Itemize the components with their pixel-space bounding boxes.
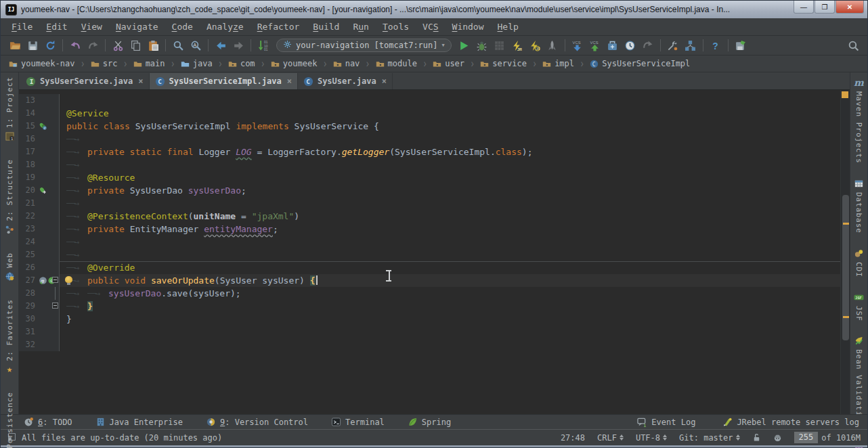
replace-icon[interactable]: A xyxy=(187,37,204,53)
inspection-status-icon[interactable] xyxy=(842,91,848,98)
code-line[interactable]: 26@Override xyxy=(19,261,840,274)
settings-icon[interactable] xyxy=(664,37,682,53)
line-number[interactable]: 32 xyxy=(19,338,37,351)
breadcrumb-item-user[interactable]: user xyxy=(431,59,466,68)
code-text[interactable]: private static final Logger LOG = Logger… xyxy=(60,145,840,158)
line-number[interactable]: 28 xyxy=(19,287,37,300)
tool-button-bean-validation[interactable]: Bean Validation xyxy=(854,336,864,426)
tool-window-button-terminal[interactable]: Terminal xyxy=(331,417,385,427)
menu-vcs[interactable]: VCS xyxy=(416,18,445,35)
tool-button-2-favorites[interactable]: 2: Favorites★ xyxy=(5,299,14,374)
code-line[interactable]: 16 xyxy=(19,133,840,145)
vcs-commit-icon[interactable]: VCS xyxy=(586,37,604,53)
fold-marker-icon[interactable] xyxy=(52,277,58,283)
menu-tools[interactable]: Tools xyxy=(376,18,416,35)
open-file-icon[interactable] xyxy=(6,37,24,53)
forward-icon[interactable] xyxy=(230,37,247,53)
git-branch-widget[interactable]: Git: master xyxy=(679,433,739,443)
jrebel-sync-icon[interactable] xyxy=(732,37,750,53)
code-text[interactable]: @Service xyxy=(60,107,840,120)
code-line[interactable]: 19@Resource xyxy=(19,171,840,184)
line-number[interactable]: 27 xyxy=(19,274,37,287)
code-text[interactable] xyxy=(60,236,840,248)
menu-code[interactable]: Code xyxy=(165,18,200,35)
hector-inspections-icon[interactable] xyxy=(773,433,782,442)
maximize-button[interactable]: ❐ xyxy=(815,1,835,14)
code-text[interactable]: sysUserDao.save(sysUser); xyxy=(60,287,840,300)
tab-sysuserservice-java[interactable]: ISysUserService.java× xyxy=(20,73,150,89)
breadcrumb-item-sysuserserviceimpl[interactable]: CSysUserServiceImpl xyxy=(588,59,691,68)
close-icon[interactable]: × xyxy=(382,76,387,86)
line-number[interactable]: 23 xyxy=(19,223,37,236)
line-number[interactable]: 17 xyxy=(19,145,37,158)
tool-window-button-9-version-control[interactable]: 9: Version Control xyxy=(206,417,308,427)
run-configuration-select[interactable]: your-navigation [tomcat7:run] ▼ xyxy=(276,39,452,52)
close-button[interactable]: ✕ xyxy=(836,1,864,14)
code-text[interactable]: public class SysUserServiceImpl implemen… xyxy=(60,120,840,133)
run-icon[interactable] xyxy=(456,37,473,53)
line-number[interactable]: 25 xyxy=(19,248,37,261)
tool-button-cdi[interactable]: CDI xyxy=(854,248,864,277)
scrollbar-thumb[interactable] xyxy=(842,195,849,340)
line-number[interactable]: 22 xyxy=(19,210,37,223)
line-number[interactable]: 18 xyxy=(19,158,37,171)
close-icon[interactable]: × xyxy=(287,76,292,86)
code-text[interactable]: @PersistenceContext(unitName = "jpaXml") xyxy=(60,210,840,223)
code-text[interactable]: @Override xyxy=(60,261,840,274)
line-number[interactable]: 26 xyxy=(19,261,37,274)
breadcrumb-item-impl[interactable]: impl xyxy=(541,59,576,68)
line-separator-widget[interactable]: CRLF xyxy=(597,433,624,443)
tool-button-maven-projects[interactable]: mMaven Projects xyxy=(854,78,864,164)
jrebel-debug-icon[interactable]: JR xyxy=(526,37,544,53)
tool-button-web[interactable]: Web xyxy=(5,252,15,282)
undo-icon[interactable] xyxy=(66,37,84,53)
menu-build[interactable]: Build xyxy=(306,18,346,35)
code-line[interactable]: 13 xyxy=(19,94,840,107)
back-icon[interactable] xyxy=(212,37,230,53)
code-text[interactable] xyxy=(60,158,840,171)
breadcrumb-item-com[interactable]: com xyxy=(227,59,257,68)
debug-icon[interactable] xyxy=(473,37,491,53)
breadcrumb-item-nav[interactable]: nav xyxy=(332,59,362,68)
vcs-update-icon[interactable]: VCS xyxy=(569,37,586,53)
close-icon[interactable]: × xyxy=(138,76,143,86)
cut-icon[interactable] xyxy=(109,37,127,53)
project-structure-icon[interactable] xyxy=(682,37,699,53)
code-text[interactable]: @Resource xyxy=(60,171,840,184)
menu-view[interactable]: View xyxy=(74,18,109,35)
tool-button-2-structure[interactable]: 2: Structure xyxy=(5,159,15,234)
profile-icon[interactable] xyxy=(544,37,561,53)
code-text[interactable]: } xyxy=(60,300,840,313)
menu-window[interactable]: Window xyxy=(446,18,491,35)
code-line[interactable]: 25 xyxy=(19,248,840,261)
breadcrumb-item-module[interactable]: module xyxy=(374,59,418,68)
vcs-changes-icon[interactable] xyxy=(604,37,622,53)
code-line[interactable]: 17private static final Logger LOG = Logg… xyxy=(19,145,840,158)
warning-stripe-mark[interactable] xyxy=(843,223,849,225)
code-text[interactable]: private SysUserDao sysUserDao; xyxy=(60,184,840,197)
code-line[interactable]: 29} xyxy=(19,300,840,313)
code-text[interactable]: public void saveOrUpdate(SysUser sysUser… xyxy=(60,274,840,287)
code-line[interactable]: 15cpublic class SysUserServiceImpl imple… xyxy=(19,120,840,133)
code-text[interactable] xyxy=(60,133,840,145)
code-line[interactable]: 28sysUserDao.save(sysUser); xyxy=(19,287,840,300)
help-icon[interactable]: ? xyxy=(707,37,724,53)
editor[interactable]: 1314@Service15cpublic class SysUserServi… xyxy=(19,90,850,414)
bean-class-gutter-icon[interactable]: c xyxy=(39,122,47,131)
line-number[interactable]: 15 xyxy=(19,120,37,133)
menu-run[interactable]: Run xyxy=(346,18,375,35)
code-text[interactable] xyxy=(60,338,840,351)
code-line[interactable]: 30} xyxy=(19,313,840,326)
lock-icon[interactable] xyxy=(752,433,761,442)
menu-file[interactable]: File xyxy=(5,18,39,35)
line-number[interactable]: 31 xyxy=(19,326,37,338)
copy-icon[interactable] xyxy=(127,37,144,53)
encoding-widget[interactable]: UTF-8 xyxy=(636,433,667,443)
coverage-icon[interactable] xyxy=(491,37,508,53)
jrebel-run-icon[interactable]: JR xyxy=(508,37,526,53)
warning-stripe-mark[interactable] xyxy=(843,316,849,318)
line-number[interactable]: 16 xyxy=(19,133,37,145)
code-text[interactable]: private EntityManager entityManager; xyxy=(60,223,840,236)
code-line[interactable]: 21 xyxy=(19,197,840,210)
tool-button-persistence[interactable]: Persistence xyxy=(5,392,15,448)
